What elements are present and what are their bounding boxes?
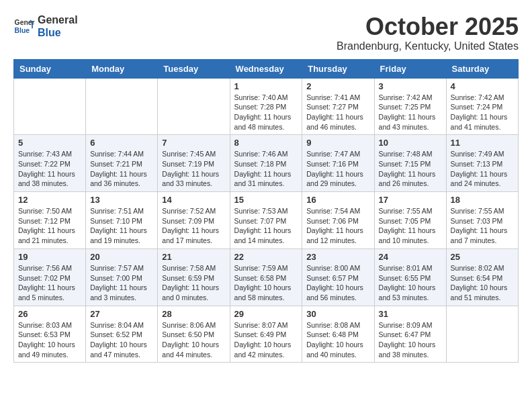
svg-text:Blue: Blue — [15, 27, 30, 34]
calendar-cell: 11Sunrise: 7:49 AM Sunset: 7:13 PM Dayli… — [446, 135, 518, 192]
column-header-tuesday: Tuesday — [158, 59, 230, 78]
day-info: Sunrise: 7:55 AM Sunset: 7:05 PM Dayligh… — [379, 206, 442, 246]
day-info: Sunrise: 7:45 AM Sunset: 7:19 PM Dayligh… — [162, 149, 225, 189]
day-number: 5 — [18, 138, 81, 148]
day-number: 26 — [18, 309, 81, 319]
day-number: 10 — [379, 138, 442, 148]
day-info: Sunrise: 8:03 AM Sunset: 6:53 PM Dayligh… — [18, 320, 81, 360]
calendar-week-1: 1Sunrise: 7:40 AM Sunset: 7:28 PM Daylig… — [14, 78, 519, 135]
calendar-cell: 9Sunrise: 7:47 AM Sunset: 7:16 PM Daylig… — [302, 135, 374, 192]
calendar-cell: 14Sunrise: 7:52 AM Sunset: 7:09 PM Dayli… — [158, 192, 230, 249]
day-number: 14 — [162, 195, 225, 205]
day-info: Sunrise: 7:41 AM Sunset: 7:27 PM Dayligh… — [306, 93, 369, 132]
calendar-week-3: 12Sunrise: 7:50 AM Sunset: 7:12 PM Dayli… — [14, 192, 519, 249]
day-number: 30 — [306, 309, 369, 319]
logo: General Blue General Blue — [13, 13, 78, 39]
day-number: 1 — [234, 81, 298, 91]
calendar-cell: 13Sunrise: 7:51 AM Sunset: 7:10 PM Dayli… — [86, 192, 158, 249]
column-header-wednesday: Wednesday — [230, 59, 302, 78]
day-number: 20 — [90, 252, 153, 262]
calendar-cell: 17Sunrise: 7:55 AM Sunset: 7:05 PM Dayli… — [374, 192, 446, 249]
day-number: 25 — [451, 252, 514, 262]
day-info: Sunrise: 7:42 AM Sunset: 7:24 PM Dayligh… — [451, 93, 514, 132]
day-info: Sunrise: 8:07 AM Sunset: 6:49 PM Dayligh… — [234, 320, 298, 360]
day-number: 19 — [18, 252, 81, 262]
day-info: Sunrise: 7:50 AM Sunset: 7:12 PM Dayligh… — [18, 206, 81, 246]
day-info: Sunrise: 7:57 AM Sunset: 7:00 PM Dayligh… — [90, 263, 153, 303]
day-number: 15 — [234, 195, 298, 205]
day-info: Sunrise: 7:44 AM Sunset: 7:21 PM Dayligh… — [90, 149, 153, 189]
calendar-cell: 2Sunrise: 7:41 AM Sunset: 7:27 PM Daylig… — [302, 78, 374, 135]
calendar-cell: 5Sunrise: 7:43 AM Sunset: 7:22 PM Daylig… — [14, 135, 86, 192]
calendar-cell: 8Sunrise: 7:46 AM Sunset: 7:18 PM Daylig… — [230, 135, 302, 192]
calendar-cell: 3Sunrise: 7:42 AM Sunset: 7:25 PM Daylig… — [374, 78, 446, 135]
day-info: Sunrise: 7:51 AM Sunset: 7:10 PM Dayligh… — [90, 206, 153, 246]
calendar-cell: 20Sunrise: 7:57 AM Sunset: 7:00 PM Dayli… — [86, 248, 158, 306]
calendar-cell: 29Sunrise: 8:07 AM Sunset: 6:49 PM Dayli… — [230, 306, 302, 363]
calendar-week-5: 26Sunrise: 8:03 AM Sunset: 6:53 PM Dayli… — [14, 306, 519, 363]
calendar-cell: 1Sunrise: 7:40 AM Sunset: 7:28 PM Daylig… — [230, 78, 302, 135]
day-info: Sunrise: 8:06 AM Sunset: 6:50 PM Dayligh… — [162, 320, 225, 360]
day-info: Sunrise: 8:04 AM Sunset: 6:52 PM Dayligh… — [90, 320, 153, 360]
calendar-cell: 21Sunrise: 7:58 AM Sunset: 6:59 PM Dayli… — [158, 248, 230, 306]
logo-icon: General Blue — [13, 15, 35, 37]
day-info: Sunrise: 7:56 AM Sunset: 7:02 PM Dayligh… — [18, 263, 81, 303]
day-info: Sunrise: 7:40 AM Sunset: 7:28 PM Dayligh… — [234, 93, 298, 132]
day-number: 13 — [90, 195, 153, 205]
day-info: Sunrise: 7:58 AM Sunset: 6:59 PM Dayligh… — [162, 263, 225, 303]
day-number: 2 — [306, 81, 369, 91]
day-number: 6 — [90, 138, 153, 148]
calendar-cell — [446, 306, 518, 363]
logo-line1: General — [38, 13, 78, 26]
column-header-friday: Friday — [374, 59, 446, 78]
column-header-saturday: Saturday — [446, 59, 518, 78]
day-number: 8 — [234, 138, 298, 148]
day-number: 21 — [162, 252, 225, 262]
calendar-header-row: SundayMondayTuesdayWednesdayThursdayFrid… — [14, 59, 519, 78]
day-number: 22 — [234, 252, 298, 262]
calendar-cell: 7Sunrise: 7:45 AM Sunset: 7:19 PM Daylig… — [158, 135, 230, 192]
calendar-cell: 18Sunrise: 7:55 AM Sunset: 7:03 PM Dayli… — [446, 192, 518, 249]
day-number: 3 — [379, 81, 442, 91]
day-info: Sunrise: 7:59 AM Sunset: 6:58 PM Dayligh… — [234, 263, 298, 303]
column-header-thursday: Thursday — [302, 59, 374, 78]
column-header-monday: Monday — [86, 59, 158, 78]
calendar-cell: 31Sunrise: 8:09 AM Sunset: 6:47 PM Dayli… — [374, 306, 446, 363]
calendar-cell — [158, 78, 230, 135]
day-info: Sunrise: 7:52 AM Sunset: 7:09 PM Dayligh… — [162, 206, 225, 246]
day-number: 16 — [306, 195, 369, 205]
day-number: 27 — [90, 309, 153, 319]
calendar-cell: 27Sunrise: 8:04 AM Sunset: 6:52 PM Dayli… — [86, 306, 158, 363]
calendar-cell: 23Sunrise: 8:00 AM Sunset: 6:57 PM Dayli… — [302, 248, 374, 306]
day-info: Sunrise: 7:43 AM Sunset: 7:22 PM Dayligh… — [18, 149, 81, 189]
calendar-cell: 15Sunrise: 7:53 AM Sunset: 7:07 PM Dayli… — [230, 192, 302, 249]
day-number: 31 — [379, 309, 442, 319]
calendar-cell: 26Sunrise: 8:03 AM Sunset: 6:53 PM Dayli… — [14, 306, 86, 363]
day-info: Sunrise: 8:08 AM Sunset: 6:48 PM Dayligh… — [306, 320, 369, 360]
day-info: Sunrise: 7:48 AM Sunset: 7:15 PM Dayligh… — [379, 149, 442, 189]
title-section: October 2025 Brandenburg, Kentucky, Unit… — [337, 13, 519, 52]
month-title: October 2025 — [337, 13, 519, 40]
day-number: 7 — [162, 138, 225, 148]
calendar-table: SundayMondayTuesdayWednesdayThursdayFrid… — [13, 59, 519, 363]
logo-line2: Blue — [38, 26, 78, 39]
day-info: Sunrise: 7:49 AM Sunset: 7:13 PM Dayligh… — [451, 149, 514, 189]
calendar-cell: 6Sunrise: 7:44 AM Sunset: 7:21 PM Daylig… — [86, 135, 158, 192]
day-info: Sunrise: 8:09 AM Sunset: 6:47 PM Dayligh… — [379, 320, 442, 360]
calendar-week-4: 19Sunrise: 7:56 AM Sunset: 7:02 PM Dayli… — [14, 248, 519, 306]
calendar-cell: 12Sunrise: 7:50 AM Sunset: 7:12 PM Dayli… — [14, 192, 86, 249]
calendar-cell: 30Sunrise: 8:08 AM Sunset: 6:48 PM Dayli… — [302, 306, 374, 363]
day-info: Sunrise: 7:46 AM Sunset: 7:18 PM Dayligh… — [234, 149, 298, 189]
day-number: 23 — [306, 252, 369, 262]
calendar-cell — [86, 78, 158, 135]
calendar-cell: 4Sunrise: 7:42 AM Sunset: 7:24 PM Daylig… — [446, 78, 518, 135]
calendar-cell: 10Sunrise: 7:48 AM Sunset: 7:15 PM Dayli… — [374, 135, 446, 192]
location-title: Brandenburg, Kentucky, United States — [337, 40, 519, 52]
calendar-cell: 24Sunrise: 8:01 AM Sunset: 6:55 PM Dayli… — [374, 248, 446, 306]
day-number: 17 — [379, 195, 442, 205]
day-info: Sunrise: 7:42 AM Sunset: 7:25 PM Dayligh… — [379, 93, 442, 132]
day-number: 12 — [18, 195, 81, 205]
calendar-cell: 16Sunrise: 7:54 AM Sunset: 7:06 PM Dayli… — [302, 192, 374, 249]
column-header-sunday: Sunday — [14, 59, 86, 78]
day-number: 4 — [451, 81, 514, 91]
